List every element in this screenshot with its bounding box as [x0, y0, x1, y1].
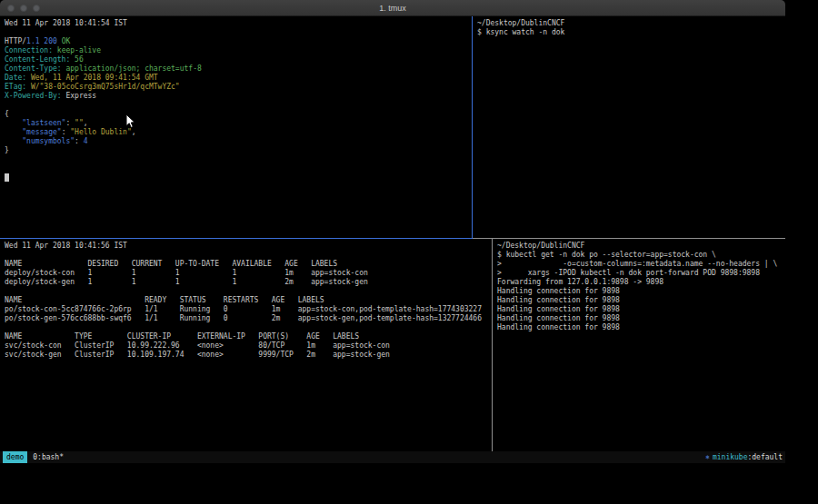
- zoom-button[interactable]: [33, 5, 40, 12]
- status-left: demo 0:bash*: [3, 451, 64, 463]
- window-item-bash[interactable]: 0:bash*: [33, 451, 64, 463]
- minimize-button[interactable]: [20, 5, 27, 12]
- pane-kubectl-resources[interactable]: Wed 11 Apr 2018 10:41:56 IST NAME DESIRE…: [0, 239, 493, 451]
- helm-wheel-icon: ⎈: [705, 451, 710, 463]
- mouse-cursor: [125, 114, 136, 130]
- top-pane-row: Wed 11 Apr 2018 10:41:54 IST HTTP/1.1 20…: [0, 16, 785, 239]
- tmux-status-bar: demo 0:bash* ⎈ minikube :default: [0, 451, 785, 463]
- window-titlebar[interactable]: 1. tmux: [0, 0, 785, 16]
- traffic-lights: [0, 5, 40, 12]
- pane-ksync-watch[interactable]: ~/Desktop/DublinCNCF$ ksync watch -n dok: [473, 16, 785, 239]
- pane-http-response[interactable]: Wed 11 Apr 2018 10:41:54 IST HTTP/1.1 20…: [0, 16, 473, 239]
- status-right: ⎈ minikube :default: [705, 451, 783, 463]
- session-name: demo: [3, 451, 27, 463]
- kube-context: minikube: [713, 451, 748, 463]
- tmux-session: Wed 11 Apr 2018 10:41:54 IST HTTP/1.1 20…: [0, 16, 785, 451]
- window-title: 1. tmux: [0, 4, 785, 13]
- bottom-pane-row: Wed 11 Apr 2018 10:41:56 IST NAME DESIRE…: [0, 239, 785, 451]
- terminal-window: 1. tmux Wed 11 Apr 2018 10:41:54 IST HTT…: [0, 0, 785, 463]
- close-button[interactable]: [7, 5, 15, 12]
- pane-port-forward[interactable]: ~/Desktop/DublinCNCF$ kubectl get -n dok…: [493, 239, 785, 451]
- kube-namespace: :default: [747, 451, 783, 463]
